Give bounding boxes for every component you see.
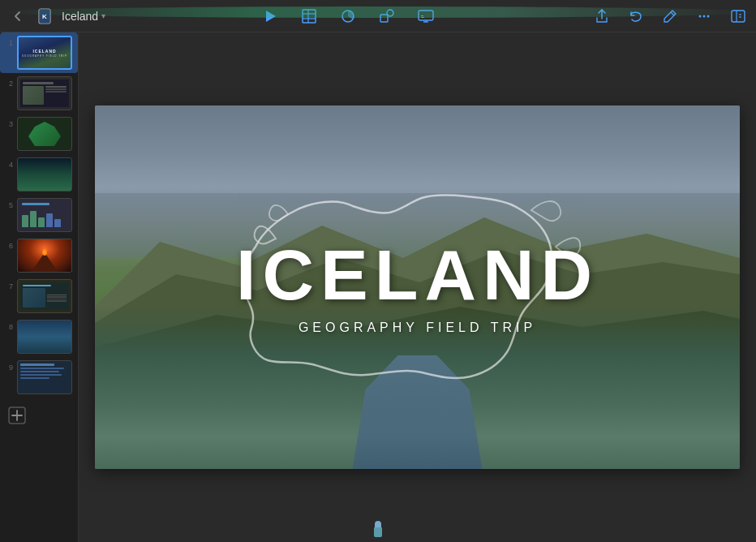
slide-3-number: 3 bbox=[5, 120, 13, 128]
slide-1-thumb[interactable]: 1 ICELAND GEOGRAPHY FIELD TRIP bbox=[0, 32, 78, 73]
back-button[interactable] bbox=[6, 5, 29, 28]
slide-6-preview bbox=[17, 239, 72, 273]
slide-main-title: ICELAND bbox=[95, 239, 740, 311]
slide-5-thumb[interactable]: 5 bbox=[0, 195, 78, 235]
slide-4-number: 4 bbox=[5, 161, 13, 169]
slide-9-number: 9 bbox=[5, 363, 13, 372]
slide-3-thumb[interactable]: 3 bbox=[0, 114, 78, 154]
slide-8-number: 8 bbox=[5, 323, 13, 331]
slide-5-preview bbox=[17, 198, 72, 232]
slide-8-preview bbox=[17, 320, 72, 354]
slide-2-number: 2 bbox=[5, 80, 13, 88]
slide-4-thumb[interactable]: 4 bbox=[0, 154, 78, 195]
slide-6-number: 6 bbox=[5, 242, 13, 250]
slide-2-preview bbox=[17, 76, 72, 110]
slide-7-thumb[interactable]: 7 bbox=[0, 276, 78, 316]
slide-1-number: 1 bbox=[5, 39, 13, 47]
slide-6-thumb[interactable]: 6 bbox=[0, 235, 78, 276]
slide-3-preview bbox=[17, 117, 72, 151]
slide-2-thumb[interactable]: 2 bbox=[0, 73, 78, 114]
slide-9-preview bbox=[17, 360, 72, 394]
slide-1-preview: ICELAND GEOGRAPHY FIELD TRIP bbox=[17, 36, 72, 70]
slide-5-number: 5 bbox=[5, 201, 13, 209]
slide-7-preview bbox=[17, 279, 72, 313]
slide-panel: 1 ICELAND GEOGRAPHY FIELD TRIP 2 bbox=[0, 32, 79, 542]
main-area: 1 ICELAND GEOGRAPHY FIELD TRIP 2 bbox=[0, 32, 756, 542]
doc-icon: K bbox=[34, 5, 57, 28]
sidebar-toggle-button[interactable] bbox=[727, 5, 750, 28]
slide-subtitle: GEOGRAPHY FIELD TRIP bbox=[95, 320, 740, 335]
slide-4-preview bbox=[17, 157, 72, 191]
slide-7-number: 7 bbox=[5, 282, 13, 290]
slide-9-thumb[interactable]: 9 bbox=[0, 357, 78, 398]
slide-8-thumb[interactable]: 8 bbox=[0, 316, 78, 357]
add-slide-button[interactable] bbox=[0, 401, 78, 430]
slide-canvas: ICELAND GEOGRAPHY FIELD TRIP bbox=[95, 105, 740, 469]
canvas-area[interactable]: ICELAND GEOGRAPHY FIELD TRIP bbox=[79, 32, 756, 542]
more-button[interactable] bbox=[693, 5, 715, 28]
slide-title-area: ICELAND GEOGRAPHY FIELD TRIP bbox=[95, 239, 740, 335]
